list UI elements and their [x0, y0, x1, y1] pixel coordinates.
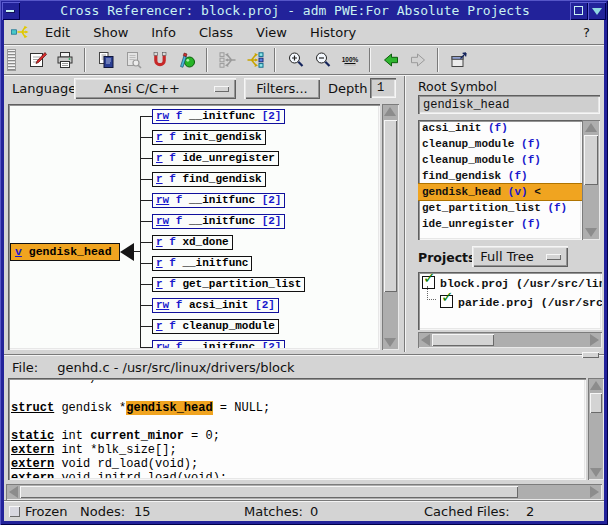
graph-root-node[interactable]: v gendisk_head	[10, 243, 120, 261]
back-icon	[381, 50, 401, 70]
menu-show[interactable]: Show	[84, 22, 137, 43]
symbol-name: find_gendisk	[182, 173, 261, 185]
scroll-left-icon[interactable]	[421, 334, 430, 346]
symbol-list-item-cleanup_module[interactable]: cleanup_module (f)	[418, 152, 582, 168]
graph-node-find_gendisk[interactable]: r f find_gendisk	[152, 172, 266, 187]
graph-node-xd_done[interactable]: r f xd_done	[152, 235, 233, 250]
minimize-button[interactable]	[2, 2, 20, 20]
forward-button	[405, 48, 430, 72]
toolbar-separator	[274, 48, 276, 72]
projects-tree[interactable]: ✓block.proj (/usr/src/lin✓paride.proj (/…	[418, 272, 602, 330]
projects-scrollbar-thumb[interactable]	[432, 334, 494, 346]
symbol-name: find_gendisk	[422, 170, 508, 182]
project-checkbox[interactable]: ✓	[440, 295, 453, 308]
language-label: Language	[12, 81, 76, 96]
scroll-down-icon[interactable]	[384, 338, 396, 347]
expand-tree-button[interactable]	[242, 48, 267, 72]
zoom-100-button[interactable]: 100%	[337, 48, 362, 72]
graph-node-__initfunc[interactable]: r f __initfunc	[152, 256, 252, 271]
graph-node-cleanup_module[interactable]: r f cleanup_module	[152, 319, 279, 334]
depth-input[interactable]: 1	[370, 78, 396, 98]
menu-info[interactable]: Info	[142, 22, 185, 43]
filters-button[interactable]: Filters...	[244, 78, 320, 99]
graph-root-edge	[134, 251, 140, 252]
toolbar-buttons: 100%	[24, 48, 472, 72]
depth-label: Depth	[328, 81, 368, 96]
scroll-right-icon[interactable]	[590, 486, 599, 498]
properties-button[interactable]	[446, 48, 471, 72]
symbol-list-item-acsi_init[interactable]: acsi_init (f)	[418, 120, 582, 136]
scroll-up-icon[interactable]	[384, 107, 396, 116]
scroll-up-icon[interactable]	[585, 123, 597, 132]
graph-node-get_partition_list[interactable]: r f get_partition_list	[152, 277, 305, 292]
symbol-name: ide_unregister	[182, 152, 274, 164]
scroll-down-icon[interactable]	[585, 228, 597, 237]
code-scrollbar-thumb[interactable]	[590, 393, 602, 413]
toolbar-grip[interactable]	[7, 49, 16, 71]
code-vertical-scrollbar[interactable]	[588, 378, 604, 480]
symbol-list-item-ide_unregister[interactable]: ide_unregister (f)	[418, 216, 582, 232]
copy-button[interactable]	[93, 48, 118, 72]
help-menu[interactable]: ?	[569, 22, 604, 43]
graph-node-__initfunc[interactable]: rw f __initfunc [2]	[152, 214, 285, 229]
symbol-name: acsi_init	[422, 122, 488, 134]
scroll-down-icon[interactable]	[590, 468, 602, 477]
edit-button[interactable]	[25, 48, 50, 72]
code-text: */	[11, 380, 97, 387]
magnet-button[interactable]	[147, 48, 172, 72]
graph-node-ide_unregister[interactable]: r f ide_unregister	[152, 151, 279, 166]
project-view-select[interactable]: Full Tree	[472, 246, 568, 267]
zoom-out-button[interactable]	[310, 48, 335, 72]
menu-edit[interactable]: Edit	[36, 22, 79, 43]
symbol-list-item-get_partition_list[interactable]: get_partition_list (f)	[418, 200, 582, 216]
graph-canvas[interactable]: rw f __initfunc [2]r f init_gendiskr f i…	[8, 104, 380, 350]
frozen-checkbox[interactable]	[9, 506, 20, 517]
graph-node-__initfunc[interactable]: rw f __initfunc [2]	[152, 193, 285, 208]
window-menu-button[interactable]	[588, 2, 606, 20]
keyword: struct	[11, 401, 54, 415]
edit-icon	[28, 50, 48, 70]
symbol-list-item-gendisk_head[interactable]: gendisk_head (v) <	[418, 184, 582, 200]
language-select[interactable]: Ansi C/C++	[74, 78, 236, 99]
scroll-left-icon[interactable]	[9, 486, 18, 498]
app-window: Cross Referencer: block.proj - adm PWE:F…	[0, 0, 608, 525]
maximize-button[interactable]	[570, 2, 588, 20]
project-name: paride.proj (/usr/src	[458, 296, 602, 309]
option-menu-indicator-icon	[546, 254, 561, 260]
kind-label: f	[169, 194, 189, 206]
graph-node-__initfunc[interactable]: rw f __initfunc [2]	[152, 340, 285, 348]
menu-class[interactable]: Class	[190, 22, 242, 43]
graph-node-init_gendisk[interactable]: r f init_gendisk	[152, 130, 266, 145]
projects-horizontal-scrollbar[interactable]	[418, 332, 602, 348]
toolbar-separator	[369, 48, 371, 72]
symbol-list[interactable]: acsi_init (f)cleanup_module (f)cleanup_m…	[418, 120, 582, 240]
code-horizontal-scrollbar[interactable]	[6, 484, 602, 500]
graph-node-__initfunc[interactable]: rw f __initfunc [2]	[152, 109, 285, 124]
graph-edge	[140, 284, 152, 285]
graph-edge	[140, 263, 152, 264]
graph-scrollbar-thumb[interactable]	[384, 120, 397, 292]
colorize-button[interactable]	[174, 48, 199, 72]
menu-history[interactable]: History	[301, 22, 365, 43]
symbol-name: acsi_init	[189, 299, 248, 311]
window-title: Cross Referencer: block.proj - adm PWE:F…	[20, 2, 570, 20]
symbol-list-vertical-scrollbar[interactable]	[582, 120, 600, 240]
access-label: rw	[156, 341, 169, 348]
code-horizontal-scrollbar-thumb[interactable]	[20, 486, 518, 498]
back-button[interactable]	[378, 48, 403, 72]
scroll-up-icon[interactable]	[590, 381, 602, 390]
graph-vertical-scrollbar[interactable]	[382, 104, 399, 350]
option-menu-indicator-icon	[214, 86, 229, 92]
root-symbol-input[interactable]: gendisk_head	[418, 95, 600, 114]
titlebar[interactable]: Cross Referencer: block.proj - adm PWE:F…	[2, 2, 606, 20]
graph-node-acsi_init[interactable]: rw f acsi_init [2]	[152, 298, 279, 313]
menu-view[interactable]: View	[247, 22, 296, 43]
code-area[interactable]: */ struct gendisk *gendisk_head = NULL; …	[8, 378, 586, 480]
symbol-list-item-find_gendisk[interactable]: find_gendisk (f)	[418, 168, 582, 184]
print-button[interactable]	[52, 48, 77, 72]
zoom-in-button[interactable]	[283, 48, 308, 72]
project-item-paride.proj[interactable]: ✓paride.proj (/usr/src	[440, 295, 602, 311]
scroll-right-icon[interactable]	[590, 334, 599, 346]
symbol-list-item-cleanup_module[interactable]: cleanup_module (f)	[418, 136, 582, 152]
symbol-list-scrollbar-thumb[interactable]	[584, 135, 598, 185]
